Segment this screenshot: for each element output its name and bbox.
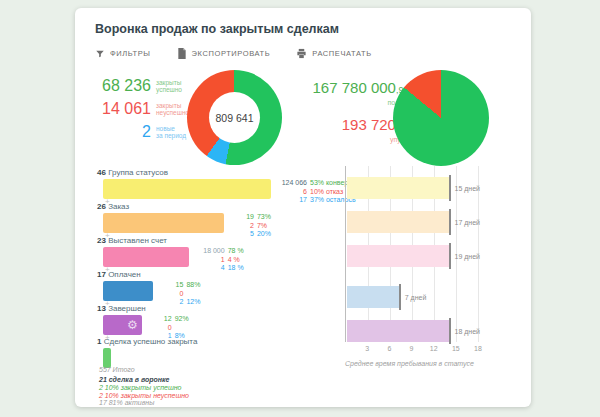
printer-icon bbox=[296, 48, 307, 59]
duration-label: 19 дней bbox=[455, 253, 480, 260]
row-label: Завершен bbox=[108, 304, 146, 313]
row-stats: 18 00078 % 14 % 418 % bbox=[195, 247, 244, 273]
bar-end-cap bbox=[449, 318, 451, 344]
filters-label: ФИЛЬТРЫ bbox=[110, 49, 151, 58]
duration-row-order: 17 дней bbox=[347, 211, 480, 233]
funnel-row-paid: 17 Оплачен 1588% 0 212% + bbox=[97, 270, 349, 303]
stat-value: 2 bbox=[95, 123, 151, 141]
duration-label: 18 дней bbox=[455, 328, 480, 335]
legend-lost: 2 10% закрыты неуспешно bbox=[99, 392, 189, 400]
x-axis-ticks: 3 6 9 12 15 18 bbox=[345, 345, 478, 353]
row-label: Сделка успешно закрыта bbox=[104, 337, 198, 346]
duration-chart-caption: Среднее время пребывания в статусе bbox=[345, 360, 474, 367]
row-label: Заказ bbox=[108, 202, 129, 211]
export-label: ЭКСПОРТИРОВАТЬ bbox=[192, 49, 271, 58]
axis-tick: 15 bbox=[452, 345, 460, 352]
filters-button[interactable]: ФИЛЬТРЫ bbox=[95, 48, 151, 59]
funnel-bar[interactable] bbox=[103, 281, 153, 301]
stat-label: закрыты успешно bbox=[156, 79, 182, 93]
axis-tick: 18 bbox=[474, 345, 482, 352]
row-count: 46 bbox=[97, 168, 106, 177]
funnel-row-order: 26 Заказ 1973% 27% 520% + bbox=[97, 202, 349, 235]
row-stats: 1588% 0 212% bbox=[159, 281, 200, 307]
row-count: 1 bbox=[97, 337, 101, 346]
bar-end-cap bbox=[449, 243, 451, 269]
funnel-row-status-group: 46 Группа статусов 124 06653% конверсия … bbox=[97, 168, 349, 201]
duration-bar[interactable] bbox=[347, 286, 399, 308]
row-label: Группа статусов bbox=[108, 168, 168, 177]
duration-label: 15 дней bbox=[455, 185, 480, 192]
filter-icon bbox=[95, 49, 105, 59]
legend-active: 17 81% активны bbox=[99, 399, 189, 407]
stat-closed-won: 68 236 закрыты успешно bbox=[95, 76, 189, 95]
duration-label: 17 дней bbox=[455, 219, 480, 226]
axis-tick: 3 bbox=[365, 345, 369, 352]
deal-count-stats: 68 236 закрыты успешно 14 061 закрыты не… bbox=[95, 76, 189, 141]
row-label: Оплачен bbox=[108, 270, 141, 279]
export-file-icon bbox=[177, 48, 187, 59]
stat-label: закрыты неуспешно bbox=[156, 102, 189, 116]
duration-row-completed: 18 дней bbox=[347, 320, 480, 342]
legend-in-funnel: 21 сделка в воронке bbox=[99, 376, 189, 384]
print-button[interactable]: РАСПЕЧАТАТЬ bbox=[296, 48, 371, 59]
funnel-chart: 46 Группа статусов 124 06653% конверсия … bbox=[97, 160, 349, 405]
bar-end-cap bbox=[449, 209, 451, 235]
export-button[interactable]: ЭКСПОРТИРОВАТЬ bbox=[177, 48, 271, 59]
stat-closed-lost: 14 061 закрыты неуспешно bbox=[95, 99, 189, 118]
screen-background: Воронка продаж по закрытым сделкам ФИЛЬТ… bbox=[0, 0, 600, 417]
row-label: Выставлен счет bbox=[108, 236, 167, 245]
axis-tick: 6 bbox=[387, 345, 391, 352]
duration-label: 7 дней bbox=[405, 294, 427, 301]
funnel-legend: 557 Итого 21 сделка в воронке 2 10% закр… bbox=[99, 366, 189, 407]
row-count: 26 bbox=[97, 202, 106, 211]
toolbar: ФИЛЬТРЫ ЭКСПОРТИРОВАТЬ РАСПЕЧАТАТЬ bbox=[95, 48, 372, 59]
duration-bar[interactable] bbox=[347, 320, 449, 342]
page-title: Воронка продаж по закрытым сделкам bbox=[95, 22, 339, 36]
stat-label: новые за период bbox=[156, 125, 186, 139]
legend-total: 557 Итого bbox=[99, 366, 189, 374]
funnel-bar[interactable] bbox=[103, 348, 111, 368]
deals-donut-chart[interactable]: 809 641 bbox=[187, 70, 282, 165]
revenue-pie-chart[interactable] bbox=[393, 70, 489, 166]
duration-bar[interactable] bbox=[347, 211, 449, 233]
axis-tick: 12 bbox=[430, 345, 438, 352]
duration-bar[interactable] bbox=[347, 245, 449, 267]
funnel-report-card: Воронка продаж по закрытым сделкам ФИЛЬТ… bbox=[75, 8, 531, 407]
stat-new-deals: 2 новые за период bbox=[95, 122, 189, 141]
funnel-bar[interactable] bbox=[103, 179, 271, 199]
row-count: 13 bbox=[97, 304, 106, 313]
legend-won: 2 10% закрыты успешно bbox=[99, 384, 189, 392]
duration-plot-area: 15 дней 17 дней 19 дней 7 дней 18 дней bbox=[345, 166, 478, 342]
duration-row-status-group: 15 дней bbox=[347, 177, 480, 199]
row-count: 17 bbox=[97, 270, 106, 279]
duration-chart: 15 дней 17 дней 19 дней 7 дней 18 дней bbox=[345, 160, 530, 375]
row-count: 23 bbox=[97, 236, 106, 245]
funnel-bar[interactable] bbox=[103, 213, 224, 233]
row-stats: 1973% 27% 520% bbox=[230, 213, 271, 239]
donut-center-value: 809 641 bbox=[216, 112, 254, 124]
duration-bar[interactable] bbox=[347, 177, 449, 199]
duration-row-paid: 7 дней bbox=[347, 286, 480, 308]
stat-value: 68 236 bbox=[95, 77, 151, 95]
stat-value: 14 061 bbox=[95, 100, 151, 118]
duration-row-invoice: 19 дней bbox=[347, 245, 480, 267]
funnel-row-completed: 13 Завершен ⚙ 1292% 0 18% + bbox=[97, 304, 349, 337]
funnel-row-invoice: 23 Выставлен счет 18 00078 % 14 % 418 % … bbox=[97, 236, 349, 269]
funnel-bar[interactable] bbox=[103, 247, 189, 267]
gear-icon[interactable]: ⚙ bbox=[127, 318, 138, 332]
bar-end-cap bbox=[449, 175, 451, 201]
axis-tick: 9 bbox=[410, 345, 414, 352]
print-label: РАСПЕЧАТАТЬ bbox=[312, 49, 371, 58]
funnel-bar[interactable]: ⚙ bbox=[103, 315, 142, 335]
donut-hole: 809 641 bbox=[209, 92, 260, 143]
bar-end-cap bbox=[399, 284, 401, 310]
